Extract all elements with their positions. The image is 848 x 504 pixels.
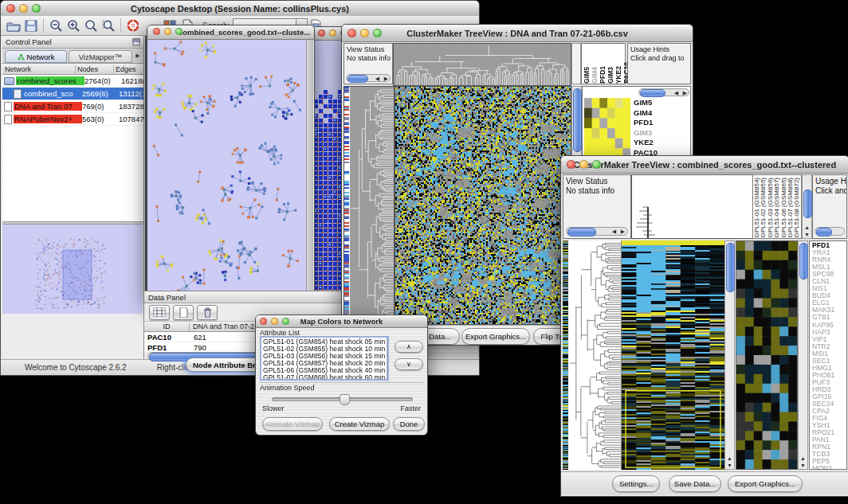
network-canvas[interactable] (147, 40, 306, 299)
scroll-left-icon[interactable]: ◀ (610, 229, 618, 234)
tv2-labels-vscrollbar[interactable]: ▲ ▼ (802, 174, 812, 239)
select-attributes-icon[interactable] (149, 305, 170, 320)
col-network[interactable]: Network (2, 65, 76, 73)
new-attribute-icon[interactable] (173, 305, 194, 320)
col-edges[interactable]: Edges (114, 65, 143, 73)
zoom-button[interactable] (282, 318, 289, 325)
tv2-row-dendrogram[interactable] (568, 240, 622, 470)
zoom-out-icon[interactable] (47, 18, 65, 33)
tv2-zoom-vscrollbar[interactable]: ▲ ▼ (798, 240, 808, 470)
zoom-button[interactable] (373, 29, 382, 37)
move-up-button[interactable]: ∧ (395, 341, 423, 353)
tv2-button-2[interactable]: Export Graphics... (728, 475, 803, 492)
tv1-zoom-label[interactable]: GIM4 (634, 108, 658, 119)
tab-network[interactable]: Network (5, 50, 67, 63)
scroll-down-icon[interactable]: ▼ (387, 373, 389, 379)
tv1-zoom-heatmap[interactable] (584, 98, 630, 158)
help-lifering-icon[interactable] (124, 18, 142, 33)
attribute-list-item[interactable]: GPL51-07 (GSM868) heat shock 60 min (263, 374, 385, 381)
scroll-up-icon[interactable]: ▲ (387, 367, 389, 373)
tv1-column-label[interactable]: GIM3 (607, 67, 614, 84)
zoom-button[interactable] (592, 160, 601, 169)
tv1-row-dendrogram[interactable] (344, 86, 395, 325)
attribute-listbox[interactable]: GPL51-01 (GSM854) heat shock 05 minGPL51… (260, 336, 389, 381)
tab-vizmapper[interactable]: VizMapper™ (69, 50, 132, 63)
minimize-button[interactable] (579, 160, 588, 169)
network-table-row[interactable]: RNAPuberNov2+563(0)107847(0) (2, 113, 143, 126)
delete-attribute-icon[interactable] (197, 305, 218, 320)
animation-speed-slider[interactable] (272, 397, 413, 401)
tv2-global-overview-strip[interactable] (563, 240, 568, 470)
scroll-right-icon[interactable]: ▶ (382, 76, 391, 81)
zoom-fit-icon[interactable] (82, 18, 100, 33)
main-title-bar[interactable]: Cytoscape Desktop (Session Name: collins… (1, 1, 479, 17)
birdseye-overview[interactable] (2, 224, 143, 314)
move-down-button[interactable]: ∨ (395, 358, 423, 370)
tv2-status-hscroll[interactable]: ◀▶ (566, 227, 628, 236)
minimize-button[interactable] (164, 28, 171, 35)
attribute-list-vscrollbar[interactable]: ▲ ▼ (387, 338, 387, 379)
scroll-left-icon[interactable]: ◀ (672, 90, 681, 96)
network-vscrollbar[interactable] (306, 40, 313, 299)
zoom-button[interactable] (175, 28, 183, 35)
tv2-zoom-heatmap[interactable] (736, 240, 798, 470)
treeview1-title-bar[interactable]: ClusterMaker TreeView : DNA and Tran 07-… (342, 25, 693, 42)
data-col-id[interactable]: ID (144, 322, 190, 330)
gene-label[interactable]: MON2 (812, 465, 846, 470)
hscroll-thumb[interactable] (347, 75, 368, 83)
close-button[interactable] (347, 29, 356, 37)
close-button[interactable] (153, 28, 160, 35)
scroll-up-icon[interactable]: ▲ (803, 225, 811, 230)
tv1-zoom-hscroll[interactable]: ◀▶ (638, 88, 689, 96)
tv2-usage-hscroll[interactable] (815, 227, 845, 236)
scroll-right-icon[interactable]: ▶ (618, 229, 627, 234)
scroll-down-icon[interactable]: ▼ (803, 232, 811, 237)
slider-thumb[interactable] (340, 394, 350, 405)
scroll-right-icon[interactable]: ▶ (681, 90, 689, 96)
minimize-button[interactable] (360, 29, 369, 37)
tv2-heatmap[interactable] (622, 240, 724, 470)
tv2-column-label[interactable]: GPL51-04 (GSM857) (774, 178, 780, 238)
close-button[interactable] (6, 4, 15, 13)
vscroll-thumb[interactable] (573, 88, 582, 152)
vscroll-thumb[interactable] (388, 338, 389, 361)
vscroll-thumb[interactable] (799, 243, 808, 279)
tv1-column-label[interactable]: PFD1 (599, 66, 607, 84)
tv2-button-0[interactable]: Settings... (612, 475, 660, 492)
scroll-down-icon[interactable]: ▼ (799, 463, 807, 468)
float-panel-icon[interactable] (132, 35, 140, 49)
save-icon[interactable] (22, 18, 40, 33)
network-table-row[interactable]: DNA and Tran 07769(0)183728(0) (2, 100, 143, 113)
network-table-row[interactable]: combined_sco2569(6)13112(15) (2, 88, 143, 100)
hscroll-thumb[interactable] (567, 228, 596, 236)
tv1-column-dendrogram[interactable] (393, 43, 571, 86)
tv1-zoom-label[interactable]: GIM5 (634, 98, 658, 108)
tv2-column-dendrogram[interactable] (631, 174, 754, 239)
open-file-icon[interactable] (5, 18, 22, 33)
tv1-column-label[interactable]: YKE2 (615, 66, 622, 84)
animate-vizmap-button[interactable]: Animate Vizmap (262, 417, 323, 431)
zoom-in-icon[interactable] (65, 18, 82, 33)
tv1-zoom-label[interactable]: YKE2 (634, 138, 658, 148)
tv1-zoom-label[interactable]: PFD1 (634, 118, 658, 128)
minimize-button[interactable] (19, 4, 28, 13)
close-button[interactable] (318, 29, 325, 37)
tab-overflow-arrow[interactable]: ▶ (132, 49, 143, 63)
dialog-title-bar[interactable]: Map Colors to Network (256, 315, 427, 328)
network-table-row[interactable]: combined_scores2764(0)16218(0) (2, 75, 143, 88)
tv2-heatmap-vscrollbar[interactable]: ▲ ▼ (724, 240, 735, 470)
close-button[interactable] (567, 160, 575, 169)
minimize-button[interactable] (271, 318, 278, 325)
tv1-heatmap[interactable] (395, 86, 571, 325)
scroll-up-icon[interactable]: ▲ (725, 455, 734, 461)
tv1-column-label[interactable]: GIM4 (591, 67, 599, 84)
tv2-column-label[interactable]: GPL51-08 (GSM872) (794, 178, 800, 238)
hscroll-thumb[interactable] (640, 89, 665, 97)
tv2-button-1[interactable]: Save Data... (669, 475, 721, 492)
scroll-up-icon[interactable]: ▲ (799, 455, 807, 461)
close-button[interactable] (260, 318, 267, 325)
done-button[interactable]: Done (393, 417, 425, 431)
tv1-zoom-label[interactable]: GIM3 (634, 128, 658, 139)
zoom-button[interactable] (32, 4, 41, 13)
vscroll-thumb[interactable] (803, 189, 812, 218)
